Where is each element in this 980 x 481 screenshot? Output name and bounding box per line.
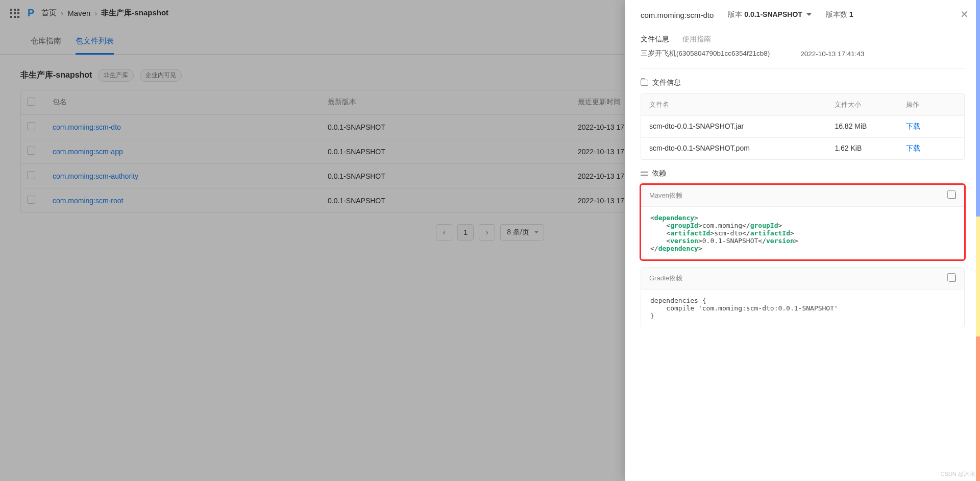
repo-title: 非生产库-snapshot [20, 70, 92, 81]
copy-icon[interactable] [949, 275, 956, 282]
tab-package-list[interactable]: 包文件列表 [76, 29, 114, 55]
panel-count-label: 版本数 [826, 10, 847, 18]
scrollbar-map [976, 0, 980, 481]
file-info-section-title: 文件信息 [652, 78, 681, 87]
maven-dep-title: Maven依赖 [649, 191, 682, 200]
panel-version-value[interactable]: 0.0.1-SNAPSHOT [744, 10, 802, 18]
tab-repo-guide[interactable]: 仓库指南 [31, 29, 61, 54]
package-link[interactable]: com.moming:scm-dto [53, 123, 121, 131]
panel-tab-usage-guide[interactable]: 使用指南 [682, 28, 711, 50]
file-header-action: 操作 [906, 100, 956, 109]
row-checkbox[interactable] [27, 196, 35, 204]
detail-side-panel: com.moming:scm-dto 版本 0.0.1-SNAPSHOT 版本数… [625, 0, 980, 481]
file-size: 1.62 KiB [835, 144, 906, 153]
gradle-dependency-code[interactable]: dependencies { compile 'com.moming:scm-d… [641, 290, 964, 327]
maven-dependency-code[interactable]: <dependency> <groupId>com.moming</groupI… [641, 207, 964, 259]
published-time: 2022-10-13 17:41:43 [800, 50, 864, 58]
breadcrumb-home[interactable]: 首页 [41, 8, 57, 18]
pager-page-1[interactable]: 1 [457, 224, 474, 240]
row-checkbox[interactable] [27, 147, 35, 155]
package-link[interactable]: com.moming:scm-root [53, 197, 123, 205]
maven-dependency-card: Maven依赖 <dependency> <groupId>com.moming… [641, 184, 965, 260]
file-header-size: 文件大小 [835, 100, 906, 109]
platform-logo[interactable]: P [28, 7, 34, 19]
deps-section-title: 依赖 [652, 169, 666, 178]
download-link[interactable]: 下载 [906, 122, 920, 130]
file-size: 16.82 MiB [835, 122, 906, 131]
file-header-name: 文件名 [649, 100, 835, 109]
folder-icon [641, 80, 648, 86]
gradle-dep-title: Gradle依赖 [649, 274, 682, 283]
file-table: 文件名 文件大小 操作 scm-dto-0.0.1-SNAPSHOT.jar16… [641, 93, 965, 160]
row-checkbox[interactable] [27, 122, 35, 130]
chevron-down-icon[interactable] [806, 13, 812, 18]
env-badge: 非生产库 [98, 69, 134, 82]
package-link[interactable]: com.moming:scm-app [53, 148, 123, 156]
version-cell: 0.0.1-SNAPSHOT [328, 123, 578, 131]
panel-count-value: 1 [849, 10, 853, 18]
version-cell: 0.0.1-SNAPSHOT [328, 172, 578, 180]
version-cell: 0.0.1-SNAPSHOT [328, 197, 578, 205]
visibility-badge: 企业内可见 [140, 69, 182, 82]
pager-next[interactable]: › [479, 224, 495, 240]
file-row: scm-dto-0.0.1-SNAPSHOT.pom1.62 KiB下载 [641, 137, 964, 159]
copy-icon[interactable] [949, 192, 956, 199]
header-latest-version: 最新版本 [328, 98, 578, 107]
panel-version-label: 版本 [728, 10, 742, 18]
close-icon[interactable]: ✕ [960, 9, 969, 19]
file-name: scm-dto-0.0.1-SNAPSHOT.pom [649, 144, 835, 153]
per-page-select[interactable]: 8 条/页 [500, 224, 544, 240]
file-name: scm-dto-0.0.1-SNAPSHOT.jar [649, 122, 835, 131]
apps-grid-icon[interactable] [10, 9, 19, 18]
download-link[interactable]: 下载 [906, 144, 920, 152]
select-all-checkbox[interactable] [27, 98, 35, 106]
breadcrumb-current: 非生产库-snapshot [101, 8, 168, 18]
pager-prev[interactable]: ‹ [436, 224, 452, 240]
package-link[interactable]: com.moming:scm-authority [53, 172, 138, 180]
row-checkbox[interactable] [27, 171, 35, 179]
panel-artifact-id: com.moming:scm-dto [641, 11, 714, 19]
version-cell: 0.0.1-SNAPSHOT [328, 148, 578, 156]
dependency-icon [641, 170, 648, 177]
gradle-dependency-card: Gradle依赖 dependencies { compile 'com.mom… [641, 267, 965, 327]
breadcrumb-maven[interactable]: Maven [67, 9, 90, 17]
creator-label: 三岁开飞机(6305804790b1cc6354f21cb8) [641, 49, 770, 58]
panel-tab-file-info[interactable]: 文件信息 [641, 28, 669, 50]
breadcrumb: 首页 › Maven › 非生产库-snapshot [41, 8, 168, 18]
file-row: scm-dto-0.0.1-SNAPSHOT.jar16.82 MiB下载 [641, 115, 964, 137]
header-package-name: 包名 [53, 98, 328, 107]
watermark: CSDN @沐洺 [941, 470, 975, 478]
